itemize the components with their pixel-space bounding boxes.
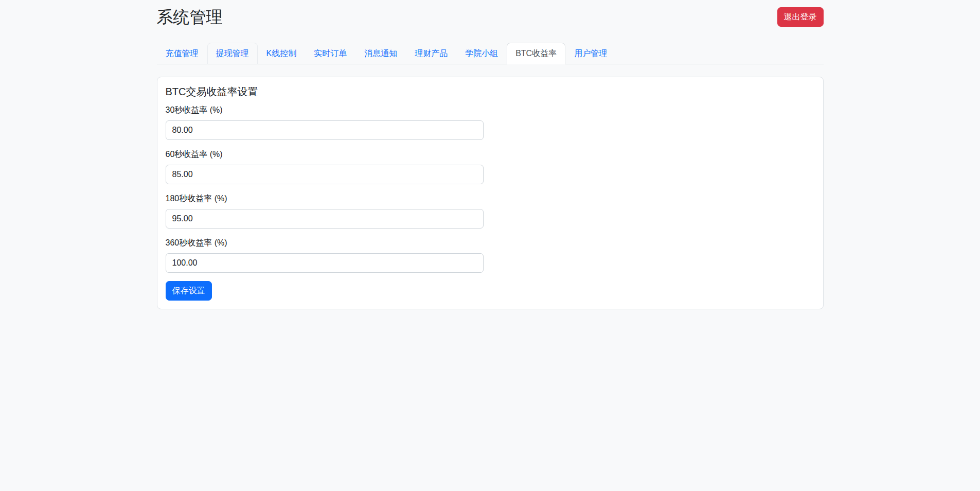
yield-180s-label: 180秒收益率 (%) [166,192,815,205]
yield-30s-input[interactable] [166,120,484,140]
yield-360s-input[interactable] [166,253,484,273]
page-container: 系统管理 退出登录 充值管理 提现管理 K线控制 实时订单 消息通知 理财产品 … [151,0,830,309]
btc-yield-settings-card: BTC交易收益率设置 30秒收益率 (%) 60秒收益率 (%) 180秒收益率… [157,77,824,309]
yield-360s-group: 360秒收益率 (%) [166,237,815,273]
card-title: BTC交易收益率设置 [166,85,815,98]
save-settings-button[interactable]: 保存设置 [166,281,212,301]
yield-360s-label: 360秒收益率 (%) [166,237,815,249]
tab-academy-group[interactable]: 学院小组 [456,43,507,64]
tab-message-notifications[interactable]: 消息通知 [355,43,406,64]
tab-user-management[interactable]: 用户管理 [565,43,616,64]
yield-60s-group: 60秒收益率 (%) [166,148,815,184]
yield-30s-label: 30秒收益率 (%) [166,104,815,116]
tab-wealth-products[interactable]: 理财产品 [406,43,456,64]
yield-180s-input[interactable] [166,209,484,229]
tab-realtime-orders[interactable]: 实时订单 [305,43,355,64]
page-header: 系统管理 退出登录 [157,0,824,27]
tab-kline-control[interactable]: K线控制 [258,43,306,64]
tab-bar: 充值管理 提现管理 K线控制 实时订单 消息通知 理财产品 学院小组 BTC收益… [157,43,824,64]
yield-60s-input[interactable] [166,165,484,184]
yield-60s-label: 60秒收益率 (%) [166,148,815,161]
yield-30s-group: 30秒收益率 (%) [166,104,815,140]
tab-btc-yield-rate[interactable]: BTC收益率 [507,43,565,64]
tab-withdraw-management[interactable]: 提现管理 [207,43,258,64]
yield-180s-group: 180秒收益率 (%) [166,192,815,229]
tab-recharge-management[interactable]: 充值管理 [157,43,207,64]
logout-button[interactable]: 退出登录 [777,7,824,27]
page-title: 系统管理 [157,7,223,27]
